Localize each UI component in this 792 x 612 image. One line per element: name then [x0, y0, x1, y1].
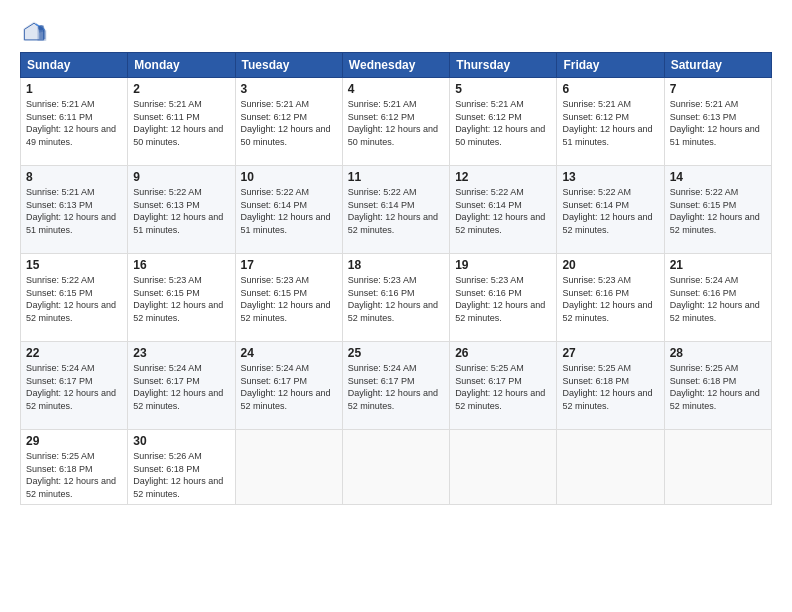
- day-number: 30: [133, 434, 229, 448]
- weekday-header-wednesday: Wednesday: [342, 53, 449, 78]
- calendar-cell: 12 Sunrise: 5:22 AMSunset: 6:14 PMDaylig…: [450, 166, 557, 254]
- day-number: 22: [26, 346, 122, 360]
- day-info: Sunrise: 5:22 AMSunset: 6:15 PMDaylight:…: [26, 275, 116, 323]
- day-number: 29: [26, 434, 122, 448]
- calendar-cell: [235, 430, 342, 505]
- weekday-header-thursday: Thursday: [450, 53, 557, 78]
- day-number: 12: [455, 170, 551, 184]
- calendar-cell: [342, 430, 449, 505]
- day-info: Sunrise: 5:24 AMSunset: 6:17 PMDaylight:…: [133, 363, 223, 411]
- calendar-cell: [664, 430, 771, 505]
- calendar-cell: 28 Sunrise: 5:25 AMSunset: 6:18 PMDaylig…: [664, 342, 771, 430]
- day-number: 9: [133, 170, 229, 184]
- calendar-cell: 21 Sunrise: 5:24 AMSunset: 6:16 PMDaylig…: [664, 254, 771, 342]
- calendar-cell: 15 Sunrise: 5:22 AMSunset: 6:15 PMDaylig…: [21, 254, 128, 342]
- calendar-cell: 9 Sunrise: 5:22 AMSunset: 6:13 PMDayligh…: [128, 166, 235, 254]
- weekday-header-tuesday: Tuesday: [235, 53, 342, 78]
- day-number: 27: [562, 346, 658, 360]
- calendar-cell: 25 Sunrise: 5:24 AMSunset: 6:17 PMDaylig…: [342, 342, 449, 430]
- day-info: Sunrise: 5:23 AMSunset: 6:16 PMDaylight:…: [455, 275, 545, 323]
- calendar-cell: 5 Sunrise: 5:21 AMSunset: 6:12 PMDayligh…: [450, 78, 557, 166]
- header: [20, 18, 772, 46]
- day-info: Sunrise: 5:21 AMSunset: 6:12 PMDaylight:…: [562, 99, 652, 147]
- calendar-cell: 17 Sunrise: 5:23 AMSunset: 6:15 PMDaylig…: [235, 254, 342, 342]
- day-info: Sunrise: 5:23 AMSunset: 6:16 PMDaylight:…: [348, 275, 438, 323]
- calendar-cell: 24 Sunrise: 5:24 AMSunset: 6:17 PMDaylig…: [235, 342, 342, 430]
- calendar-cell: [450, 430, 557, 505]
- week-row-2: 8 Sunrise: 5:21 AMSunset: 6:13 PMDayligh…: [21, 166, 772, 254]
- logo: [20, 18, 52, 46]
- weekday-header-saturday: Saturday: [664, 53, 771, 78]
- calendar-cell: 20 Sunrise: 5:23 AMSunset: 6:16 PMDaylig…: [557, 254, 664, 342]
- day-info: Sunrise: 5:21 AMSunset: 6:13 PMDaylight:…: [26, 187, 116, 235]
- day-info: Sunrise: 5:21 AMSunset: 6:11 PMDaylight:…: [26, 99, 116, 147]
- calendar-cell: 22 Sunrise: 5:24 AMSunset: 6:17 PMDaylig…: [21, 342, 128, 430]
- day-number: 25: [348, 346, 444, 360]
- day-number: 8: [26, 170, 122, 184]
- week-row-1: 1 Sunrise: 5:21 AMSunset: 6:11 PMDayligh…: [21, 78, 772, 166]
- day-info: Sunrise: 5:25 AMSunset: 6:18 PMDaylight:…: [26, 451, 116, 499]
- day-number: 20: [562, 258, 658, 272]
- day-info: Sunrise: 5:25 AMSunset: 6:18 PMDaylight:…: [562, 363, 652, 411]
- day-number: 24: [241, 346, 337, 360]
- day-info: Sunrise: 5:23 AMSunset: 6:16 PMDaylight:…: [562, 275, 652, 323]
- calendar: SundayMondayTuesdayWednesdayThursdayFrid…: [20, 52, 772, 505]
- weekday-header-sunday: Sunday: [21, 53, 128, 78]
- day-info: Sunrise: 5:22 AMSunset: 6:15 PMDaylight:…: [670, 187, 760, 235]
- calendar-cell: 6 Sunrise: 5:21 AMSunset: 6:12 PMDayligh…: [557, 78, 664, 166]
- day-info: Sunrise: 5:23 AMSunset: 6:15 PMDaylight:…: [241, 275, 331, 323]
- day-number: 5: [455, 82, 551, 96]
- day-info: Sunrise: 5:24 AMSunset: 6:17 PMDaylight:…: [26, 363, 116, 411]
- day-number: 17: [241, 258, 337, 272]
- day-number: 13: [562, 170, 658, 184]
- calendar-cell: 26 Sunrise: 5:25 AMSunset: 6:17 PMDaylig…: [450, 342, 557, 430]
- day-number: 15: [26, 258, 122, 272]
- day-number: 1: [26, 82, 122, 96]
- day-number: 11: [348, 170, 444, 184]
- day-info: Sunrise: 5:22 AMSunset: 6:13 PMDaylight:…: [133, 187, 223, 235]
- calendar-cell: 30 Sunrise: 5:26 AMSunset: 6:18 PMDaylig…: [128, 430, 235, 505]
- week-row-3: 15 Sunrise: 5:22 AMSunset: 6:15 PMDaylig…: [21, 254, 772, 342]
- calendar-cell: 14 Sunrise: 5:22 AMSunset: 6:15 PMDaylig…: [664, 166, 771, 254]
- day-info: Sunrise: 5:25 AMSunset: 6:17 PMDaylight:…: [455, 363, 545, 411]
- calendar-cell: 23 Sunrise: 5:24 AMSunset: 6:17 PMDaylig…: [128, 342, 235, 430]
- day-info: Sunrise: 5:21 AMSunset: 6:13 PMDaylight:…: [670, 99, 760, 147]
- day-number: 18: [348, 258, 444, 272]
- day-info: Sunrise: 5:25 AMSunset: 6:18 PMDaylight:…: [670, 363, 760, 411]
- day-number: 26: [455, 346, 551, 360]
- calendar-cell: [557, 430, 664, 505]
- day-number: 6: [562, 82, 658, 96]
- day-info: Sunrise: 5:21 AMSunset: 6:12 PMDaylight:…: [348, 99, 438, 147]
- day-info: Sunrise: 5:24 AMSunset: 6:16 PMDaylight:…: [670, 275, 760, 323]
- day-info: Sunrise: 5:22 AMSunset: 6:14 PMDaylight:…: [241, 187, 331, 235]
- day-number: 23: [133, 346, 229, 360]
- day-number: 19: [455, 258, 551, 272]
- calendar-cell: 27 Sunrise: 5:25 AMSunset: 6:18 PMDaylig…: [557, 342, 664, 430]
- day-number: 7: [670, 82, 766, 96]
- weekday-header-friday: Friday: [557, 53, 664, 78]
- day-info: Sunrise: 5:23 AMSunset: 6:15 PMDaylight:…: [133, 275, 223, 323]
- calendar-cell: 16 Sunrise: 5:23 AMSunset: 6:15 PMDaylig…: [128, 254, 235, 342]
- day-number: 10: [241, 170, 337, 184]
- day-info: Sunrise: 5:21 AMSunset: 6:12 PMDaylight:…: [455, 99, 545, 147]
- weekday-header-row: SundayMondayTuesdayWednesdayThursdayFrid…: [21, 53, 772, 78]
- day-number: 4: [348, 82, 444, 96]
- day-number: 3: [241, 82, 337, 96]
- day-number: 21: [670, 258, 766, 272]
- calendar-cell: 19 Sunrise: 5:23 AMSunset: 6:16 PMDaylig…: [450, 254, 557, 342]
- calendar-cell: 8 Sunrise: 5:21 AMSunset: 6:13 PMDayligh…: [21, 166, 128, 254]
- day-info: Sunrise: 5:24 AMSunset: 6:17 PMDaylight:…: [348, 363, 438, 411]
- calendar-cell: 7 Sunrise: 5:21 AMSunset: 6:13 PMDayligh…: [664, 78, 771, 166]
- logo-icon: [20, 18, 48, 46]
- day-number: 2: [133, 82, 229, 96]
- day-number: 16: [133, 258, 229, 272]
- day-number: 28: [670, 346, 766, 360]
- calendar-cell: 29 Sunrise: 5:25 AMSunset: 6:18 PMDaylig…: [21, 430, 128, 505]
- weekday-header-monday: Monday: [128, 53, 235, 78]
- calendar-cell: 2 Sunrise: 5:21 AMSunset: 6:11 PMDayligh…: [128, 78, 235, 166]
- page: SundayMondayTuesdayWednesdayThursdayFrid…: [0, 0, 792, 612]
- week-row-4: 22 Sunrise: 5:24 AMSunset: 6:17 PMDaylig…: [21, 342, 772, 430]
- calendar-cell: 1 Sunrise: 5:21 AMSunset: 6:11 PMDayligh…: [21, 78, 128, 166]
- day-info: Sunrise: 5:24 AMSunset: 6:17 PMDaylight:…: [241, 363, 331, 411]
- calendar-cell: 10 Sunrise: 5:22 AMSunset: 6:14 PMDaylig…: [235, 166, 342, 254]
